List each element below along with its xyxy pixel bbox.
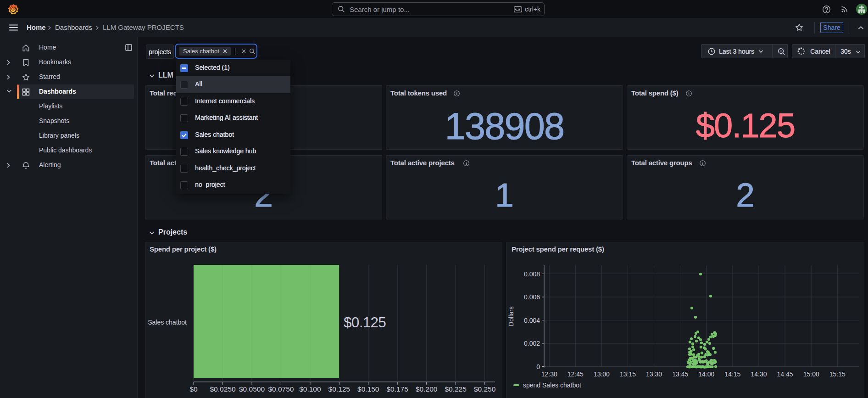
- svg-text:13:00: 13:00: [594, 370, 610, 378]
- svg-text:i: i: [702, 162, 703, 166]
- svg-text:12:30: 12:30: [541, 370, 557, 378]
- svg-text:14:00: 14:00: [698, 370, 714, 378]
- svg-text:$0.125: $0.125: [344, 314, 386, 331]
- svg-text:$0.175: $0.175: [386, 385, 408, 393]
- svg-text:$0.225: $0.225: [445, 385, 466, 393]
- svg-text:15:00: 15:00: [803, 370, 819, 378]
- svg-text:$0.250: $0.250: [474, 385, 496, 393]
- svg-text:i: i: [466, 162, 467, 166]
- svg-text:$0: $0: [189, 385, 198, 393]
- svg-text:14:15: 14:15: [724, 370, 740, 378]
- svg-text:14:45: 14:45: [777, 370, 793, 378]
- svg-text:$0.0500: $0.0500: [239, 385, 265, 393]
- svg-text:13:30: 13:30: [646, 370, 662, 378]
- svg-text:$0.150: $0.150: [357, 385, 379, 393]
- svg-text:$0.0250: $0.0250: [210, 385, 235, 393]
- svg-text:0.008: 0.008: [524, 270, 540, 278]
- svg-text:15:15: 15:15: [829, 370, 846, 378]
- svg-text:i: i: [456, 92, 457, 96]
- svg-text:13:15: 13:15: [620, 370, 636, 378]
- svg-text:$0.0750: $0.0750: [268, 385, 294, 393]
- svg-text:Sales chatbot: Sales chatbot: [148, 319, 187, 326]
- svg-text:spend Sales chatbot: spend Sales chatbot: [523, 381, 581, 389]
- svg-text:13:45: 13:45: [672, 370, 688, 378]
- svg-text:0.006: 0.006: [524, 293, 540, 301]
- svg-text:0.004: 0.004: [524, 317, 540, 324]
- svg-text:0.002: 0.002: [524, 340, 540, 347]
- svg-text:14:30: 14:30: [751, 370, 767, 378]
- svg-text:i: i: [688, 92, 690, 96]
- svg-text:Dollars: Dollars: [507, 306, 515, 326]
- svg-text:0: 0: [536, 363, 540, 370]
- svg-text:$0.125: $0.125: [328, 385, 350, 393]
- svg-text:$0.100: $0.100: [299, 385, 321, 393]
- svg-text:12:45: 12:45: [568, 370, 584, 378]
- svg-text:$0.200: $0.200: [416, 385, 438, 393]
